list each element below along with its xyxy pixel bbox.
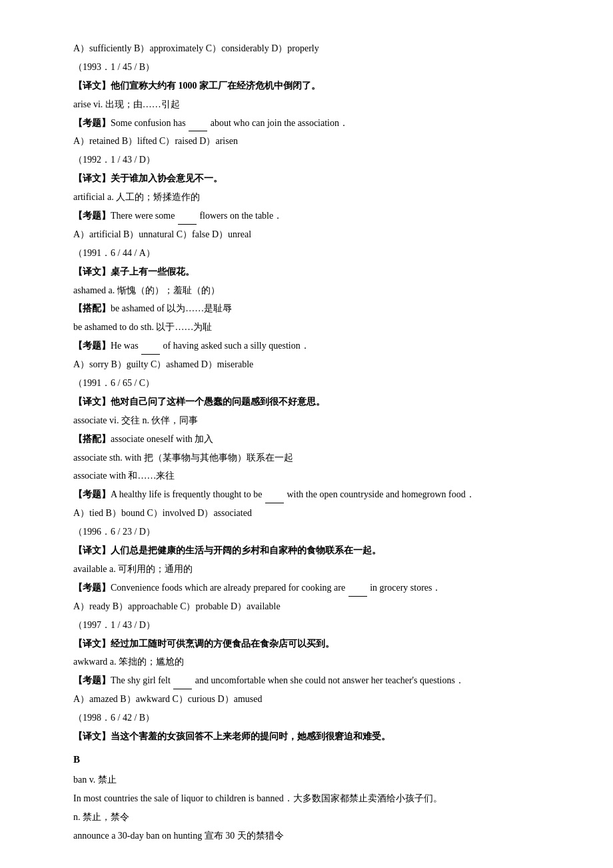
line-12: （1991．6 / 44 / A） bbox=[73, 245, 540, 262]
translation-3: 【译文】桌子上有一些假花。 bbox=[73, 267, 195, 277]
exam-text-2: There were some flowers on the table． bbox=[111, 211, 283, 221]
translation-5: 【译文】人们总是把健康的生活与开阔的乡村和自家种的食物联系在一起。 bbox=[73, 545, 381, 555]
translation-7: 【译文】当这个害羞的女孩回答不上来老师的提问时，她感到很窘迫和难受。 bbox=[73, 731, 390, 741]
entry-ashamed: ashamed a. 惭愧（的）；羞耻（的） bbox=[73, 285, 220, 295]
exam-label-4: 【考题】 bbox=[73, 489, 111, 499]
line-25: 【考题】A healthy life is frequently thought… bbox=[73, 486, 540, 503]
line-5: 【考题】Some confusion has about who can joi… bbox=[73, 115, 540, 132]
year-ref-3: （1991．6 / 44 / A） bbox=[73, 248, 155, 258]
choices-associate: A）tied B）bound C）involved D）associated bbox=[73, 508, 252, 518]
line-18: A）sorry B）guilty C）ashamed D）miserable bbox=[73, 356, 540, 373]
line-1: A）sufficiently B）approximately C）conside… bbox=[73, 40, 540, 57]
choices-awkward: A）amazed B）awkward C）curious D）amused bbox=[73, 694, 262, 704]
line-24: associate with 和……来往 bbox=[73, 467, 540, 485]
line-28: 【译文】人们总是把健康的生活与开阔的乡村和自家种的食物联系在一起。 bbox=[73, 542, 540, 559]
line-23: associate sth. with 把（某事物与其他事物）联系在一起 bbox=[73, 449, 540, 467]
line-38: 【译文】当这个害羞的女孩回答不上来老师的提问时，她感到很窘迫和难受。 bbox=[73, 728, 540, 745]
translation-2: 【译文】关于谁加入协会意见不一。 bbox=[73, 173, 223, 183]
line-9: artificial a. 人工的；矫揉造作的 bbox=[73, 189, 540, 206]
line-22: 【搭配】associate oneself with 加入 bbox=[73, 431, 540, 448]
entry-awkward: awkward a. 笨拙的；尴尬的 bbox=[73, 657, 184, 667]
line-15: 【搭配】be ashamed of 以为……是耻辱 bbox=[73, 300, 540, 317]
exam-label-3: 【考题】 bbox=[73, 341, 111, 351]
entry-available: available a. 可利用的；通用的 bbox=[73, 564, 193, 574]
line-42: announce a 30-day ban on hunting 宣布 30 天… bbox=[73, 827, 540, 845]
line-17: 【考题】He was of having asked such a silly … bbox=[73, 337, 540, 355]
page-container: A）sufficiently B）approximately C）conside… bbox=[0, 0, 613, 868]
exam-label-2: 【考题】 bbox=[73, 211, 111, 221]
collocation-text-2: associate oneself with 加入 bbox=[111, 434, 213, 444]
collocation-label: 【搭配】 bbox=[73, 303, 111, 313]
translation-6: 【译文】经过加工随时可供烹调的方便食品在食杂店可以买到。 bbox=[73, 639, 334, 649]
exam-text-3: He was of having asked such a silly ques… bbox=[111, 341, 310, 351]
line-40: In most countries the sale of liquor to … bbox=[73, 790, 540, 807]
translation-4: 【译文】他对自己问了这样一个愚蠢的问题感到很不好意思。 bbox=[73, 397, 325, 407]
line-21: associate vi. 交往 n. 伙伴，同事 bbox=[73, 412, 540, 429]
exam-text: Some confusion has about who can join th… bbox=[111, 118, 348, 128]
ban-noun: n. 禁止，禁令 bbox=[73, 812, 129, 822]
line-20: 【译文】他对自己问了这样一个愚蠢的问题感到很不好意思。 bbox=[73, 393, 540, 411]
line-30: 【考题】Convenience foods which are already … bbox=[73, 579, 540, 597]
entry-ban: ban v. 禁止 bbox=[73, 775, 117, 785]
year-ref-6: （1997．1 / 43 / D） bbox=[73, 620, 155, 630]
ban-example-2: announce a 30-day ban on hunting 宣布 30 天… bbox=[73, 831, 284, 841]
collocation-2: be ashamed to do sth. 以于……为耻 bbox=[73, 322, 212, 332]
line-32: （1997．1 / 43 / D） bbox=[73, 617, 540, 634]
line-41: n. 禁止，禁令 bbox=[73, 809, 540, 826]
line-26: A）tied B）bound C）involved D）associated bbox=[73, 505, 540, 522]
line-2: （1993．1 / 45 / B） bbox=[73, 59, 540, 76]
entry-associate: associate vi. 交往 n. 伙伴，同事 bbox=[73, 415, 198, 425]
line-7: （1992．1 / 43 / D） bbox=[73, 151, 540, 169]
year-ref-2: （1992．1 / 43 / D） bbox=[73, 155, 155, 165]
exam-text-4: A healthy life is frequently thought to … bbox=[111, 489, 475, 499]
collocation-text: be ashamed of 以为……是耻辱 bbox=[111, 303, 232, 313]
entry-artificial: artificial a. 人工的；矫揉造作的 bbox=[73, 192, 200, 202]
choices-available: A）ready B）approachable C）probable D）avai… bbox=[73, 601, 281, 611]
choices-ashamed: A）sorry B）guilty C）ashamed D）miserable bbox=[73, 359, 253, 369]
year-ref-7: （1998．6 / 42 / B） bbox=[73, 713, 155, 723]
collocation-4: associate with 和……来往 bbox=[73, 471, 175, 481]
exam-label-5: 【考题】 bbox=[73, 583, 111, 593]
translation: 【译文】他们宣称大约有 1000 家工厂在经济危机中倒闭了。 bbox=[73, 81, 320, 91]
choices-arise: A）retained B）lifted C）raised D）arisen bbox=[73, 136, 238, 146]
line-37: （1998．6 / 42 / B） bbox=[73, 709, 540, 727]
line-36: A）amazed B）awkward C）curious D）amused bbox=[73, 691, 540, 708]
year-ref: （1993．1 / 45 / B） bbox=[73, 62, 155, 72]
line-8: 【译文】关于谁加入协会意见不一。 bbox=[73, 170, 540, 187]
example-ban: In most countries the sale of liquor to … bbox=[73, 793, 442, 803]
line-31: A）ready B）approachable C）probable D）avai… bbox=[73, 598, 540, 615]
line-3: 【译文】他们宣称大约有 1000 家工厂在经济危机中倒闭了。 bbox=[73, 77, 540, 95]
exam-label: 【考题】 bbox=[73, 118, 111, 128]
choices-artificial: A）artificial B）unnatural C）false D）unrea… bbox=[73, 229, 251, 239]
line-35: 【考题】The shy girl felt and uncomfortable … bbox=[73, 672, 540, 689]
line-34: awkward a. 笨拙的；尴尬的 bbox=[73, 653, 540, 671]
exam-label-6: 【考题】 bbox=[73, 675, 111, 685]
year-ref-5: （1996．6 / 23 / D） bbox=[73, 527, 155, 537]
line-27: （1996．6 / 23 / D） bbox=[73, 523, 540, 541]
choices-text: A）sufficiently B）approximately C）conside… bbox=[73, 43, 319, 53]
section-b-header: B bbox=[73, 751, 540, 769]
section-b-label: B bbox=[73, 754, 80, 765]
line-11: A）artificial B）unnatural C）false D）unrea… bbox=[73, 226, 540, 243]
line-4: arise vi. 出现；由……引起 bbox=[73, 96, 540, 113]
line-33: 【译文】经过加工随时可供烹调的方便食品在食杂店可以买到。 bbox=[73, 635, 540, 653]
exam-text-6: The shy girl felt and uncomfortable when… bbox=[111, 675, 464, 685]
entry-arise: arise vi. 出现；由……引起 bbox=[73, 99, 180, 109]
line-10: 【考题】There were some flowers on the table… bbox=[73, 207, 540, 225]
line-16: be ashamed to do sth. 以于……为耻 bbox=[73, 319, 540, 336]
line-6: A）retained B）lifted C）raised D）arisen bbox=[73, 133, 540, 150]
year-ref-4: （1991．6 / 65 / C） bbox=[73, 378, 155, 388]
exam-text-5: Convenience foods which are already prep… bbox=[111, 583, 442, 593]
collocation-3: associate sth. with 把（某事物与其他事物）联系在一起 bbox=[73, 453, 293, 463]
collocation-label-2: 【搭配】 bbox=[73, 434, 111, 444]
line-29: available a. 可利用的；通用的 bbox=[73, 561, 540, 578]
line-13: 【译文】桌子上有一些假花。 bbox=[73, 263, 540, 281]
line-39: ban v. 禁止 bbox=[73, 771, 540, 789]
line-19: （1991．6 / 65 / C） bbox=[73, 375, 540, 392]
line-14: ashamed a. 惭愧（的）；羞耻（的） bbox=[73, 282, 540, 299]
